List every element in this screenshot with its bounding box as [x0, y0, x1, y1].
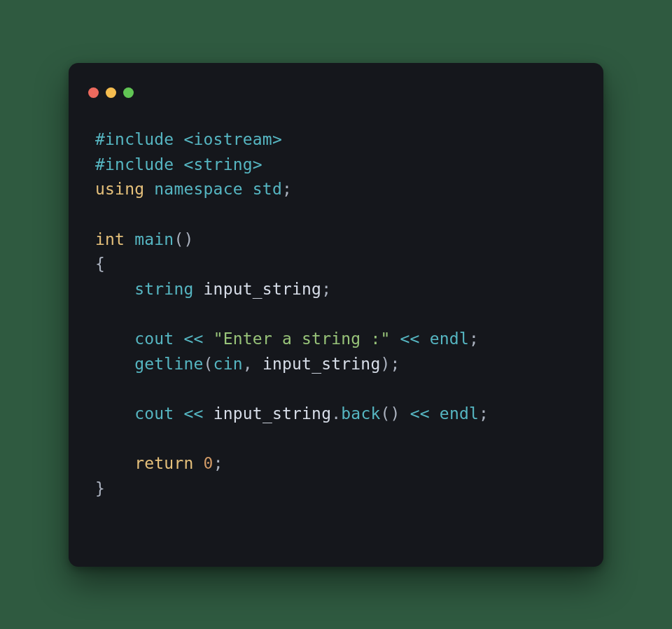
indent	[95, 355, 134, 373]
indent	[95, 280, 134, 298]
fn-getline: getline	[134, 355, 203, 373]
comma: ,	[243, 355, 253, 373]
stream-cout: cout	[134, 330, 174, 348]
paren-open: (	[380, 404, 390, 423]
paren-open: (	[204, 355, 214, 373]
var-input-string: input_string	[262, 355, 381, 373]
stream-endl: endl	[430, 330, 469, 348]
namespace-std: std	[253, 180, 282, 198]
indent	[95, 454, 134, 472]
maximize-icon[interactable]	[123, 87, 134, 98]
var-input-string: input_string	[214, 404, 332, 423]
preprocessor: #include	[95, 155, 174, 174]
indent	[95, 330, 134, 348]
header-name: <string>	[183, 155, 262, 174]
code-window: #include <iostream> #include <string> us…	[69, 63, 603, 567]
code-block: #include <iostream> #include <string> us…	[69, 106, 603, 528]
brace-close: }	[95, 479, 105, 497]
paren-close: )	[183, 230, 193, 248]
number-literal: 0	[204, 454, 214, 472]
semicolon: ;	[469, 330, 479, 348]
minimize-icon[interactable]	[106, 87, 116, 98]
string-literal: "Enter a string :"	[214, 330, 391, 348]
keyword-using: using	[95, 180, 144, 198]
op-stream: <<	[183, 404, 203, 423]
op-stream: <<	[410, 404, 430, 423]
stream-cout: cout	[134, 404, 174, 423]
dot: .	[331, 404, 341, 423]
op-stream: <<	[183, 330, 203, 348]
paren-close: )	[380, 355, 390, 373]
semicolon: ;	[479, 404, 489, 423]
semicolon: ;	[282, 180, 292, 198]
semicolon: ;	[391, 355, 400, 373]
keyword-namespace: namespace	[154, 180, 242, 198]
brace-open: {	[95, 255, 105, 273]
semicolon: ;	[214, 454, 223, 472]
paren-open: (	[174, 230, 183, 248]
header-name: <iostream>	[183, 130, 281, 148]
op-stream: <<	[400, 330, 420, 348]
close-icon[interactable]	[88, 87, 99, 98]
paren-close: )	[391, 404, 400, 423]
preprocessor: #include	[95, 130, 174, 148]
window-titlebar	[69, 63, 603, 106]
fn-main: main	[134, 230, 174, 248]
stream-endl: endl	[440, 404, 479, 423]
fn-back: back	[341, 404, 380, 423]
semicolon: ;	[321, 280, 331, 298]
indent	[95, 404, 134, 423]
keyword-int: int	[95, 230, 125, 248]
keyword-return: return	[134, 454, 193, 472]
var-input-string: input_string	[204, 280, 322, 298]
type-string: string	[134, 280, 193, 298]
stream-cin: cin	[214, 355, 243, 373]
